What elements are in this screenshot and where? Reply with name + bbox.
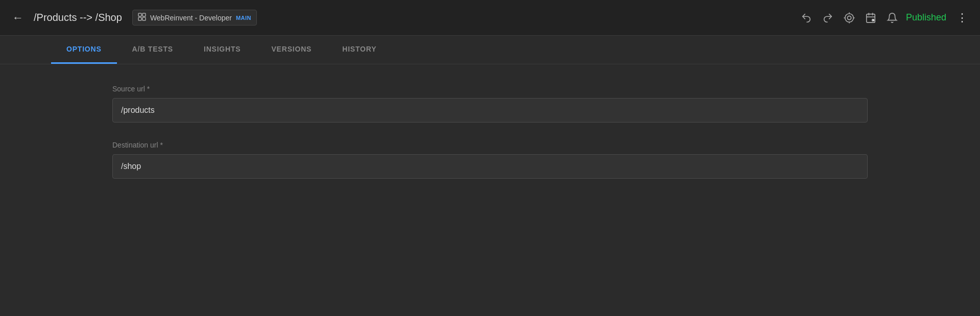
calendar-icon	[865, 12, 876, 23]
workspace-badge: MAIN	[236, 15, 251, 21]
source-url-label: Source url *	[112, 85, 868, 93]
published-status: Published	[906, 12, 946, 23]
destination-url-input[interactable]	[112, 154, 868, 179]
tab-ab-tests[interactable]: A/B TESTS	[117, 36, 188, 64]
destination-url-label: Destination url *	[112, 141, 868, 149]
svg-point-5	[847, 16, 851, 19]
notification-button[interactable]	[885, 10, 900, 26]
destination-url-group: Destination url *	[112, 141, 868, 179]
back-button[interactable]: ←	[8, 9, 28, 27]
svg-point-4	[845, 13, 854, 22]
undo-icon	[801, 12, 812, 23]
undo-button[interactable]	[799, 10, 814, 26]
more-options-button[interactable]: ⋮	[952, 9, 972, 27]
calendar-button[interactable]	[863, 10, 878, 26]
svg-rect-2	[138, 17, 141, 20]
target-icon	[844, 12, 855, 23]
workspace-icon	[138, 13, 146, 22]
svg-rect-1	[142, 13, 146, 16]
source-url-input[interactable]	[112, 98, 868, 123]
tab-options[interactable]: OPTIONS	[51, 36, 117, 64]
redo-button[interactable]	[820, 10, 835, 26]
redo-icon	[822, 12, 833, 23]
tab-versions[interactable]: VERSIONS	[256, 36, 327, 64]
workspace-selector[interactable]: WebReinvent - Developer MAIN	[132, 10, 257, 26]
tab-insights[interactable]: INSIGHTS	[188, 36, 256, 64]
target-button[interactable]	[842, 10, 857, 26]
tab-history[interactable]: HISTORY	[327, 36, 392, 64]
svg-rect-3	[142, 17, 146, 20]
main-content: Source url * Destination url *	[0, 64, 980, 217]
svg-rect-0	[138, 13, 141, 16]
tabs-bar: OPTIONS A/B TESTS INSIGHTS VERSIONS HIST…	[0, 36, 980, 64]
header: ← /Products --> /Shop WebReinvent - Deve…	[0, 0, 980, 36]
page-title: /Products --> /Shop	[34, 12, 122, 23]
source-url-group: Source url *	[112, 85, 868, 123]
bell-icon	[887, 12, 898, 23]
workspace-name: WebReinvent - Developer	[150, 14, 232, 22]
